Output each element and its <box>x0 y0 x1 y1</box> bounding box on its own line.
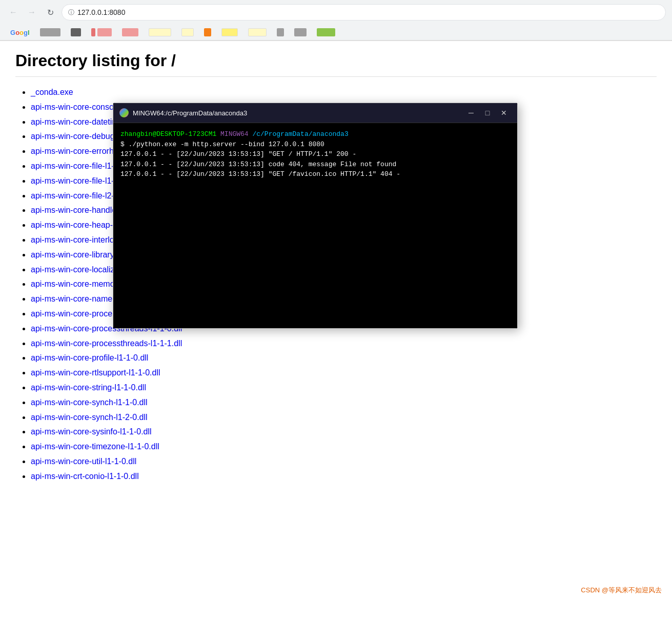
bookmark-11[interactable] <box>290 27 311 38</box>
terminal-titlebar: MINGW64:/c/ProgramData/anaconda3 ─ □ ✕ <box>113 103 517 123</box>
terminal-log-line: 127.0.0.1 - - [22/Jun/2023 13:53:13] "GE… <box>120 149 510 159</box>
bookmark-6[interactable] <box>177 27 198 38</box>
list-item: _conda.exe <box>31 85 657 100</box>
bookmark-google[interactable]: Googl <box>6 27 34 38</box>
security-icon: ⓘ <box>68 8 74 17</box>
list-item: api-ms-win-core-timezone-l1-1-0.dll <box>31 440 657 454</box>
file-link[interactable]: api-ms-win-core-sysinfo-l1-1-0.dll <box>31 427 152 436</box>
bookmark-10[interactable] <box>273 27 288 38</box>
file-link[interactable]: api-ms-win-core-synch-l1-2-0.dll <box>31 413 148 422</box>
browser-chrome: ← → ↻ ⓘ 127.0.0.1:8080 Googl <box>0 0 672 41</box>
list-item: api-ms-win-crt-conio-l1-1-0.dll <box>31 469 657 484</box>
terminal-title: MINGW64:/c/ProgramData/anaconda3 <box>119 108 247 117</box>
bookmark-3[interactable] <box>87 27 116 38</box>
bookmark-12[interactable] <box>313 27 339 38</box>
terminal-prompt-line: zhangbin@DESKTOP-1723CM1 MINGW64 /c/Prog… <box>120 129 510 139</box>
file-link[interactable]: api-ms-win-core-synch-l1-1-0.dll <box>31 398 148 407</box>
list-item: api-ms-win-core-string-l1-1-0.dll <box>31 381 657 395</box>
terminal-title-text: MINGW64:/c/ProgramData/anaconda3 <box>133 109 247 117</box>
file-link[interactable]: api-ms-win-core-rtlsupport-l1-1-0.dll <box>31 368 160 377</box>
list-item: api-ms-win-core-sysinfo-l1-1-0.dll <box>31 425 657 440</box>
bookmarks-bar: Googl <box>0 25 672 41</box>
terminal-window: MINGW64:/c/ProgramData/anaconda3 ─ □ ✕ z… <box>113 103 518 329</box>
file-link[interactable]: api-ms-win-core-timezone-l1-1-0.dll <box>31 442 159 451</box>
watermark: CSDN @等风来不如迎风去 <box>581 586 662 595</box>
file-link[interactable]: api-ms-win-core-processthreads-l1-1-1.dl… <box>31 339 182 348</box>
list-item: api-ms-win-core-processthreads-l1-1-1.dl… <box>31 336 657 351</box>
file-link[interactable]: _conda.exe <box>31 88 73 96</box>
bookmark-5[interactable] <box>145 27 175 38</box>
terminal-controls: ─ □ ✕ <box>464 106 511 119</box>
bookmark-2[interactable] <box>67 27 85 38</box>
reload-button[interactable]: ↻ <box>43 5 57 19</box>
list-item: api-ms-win-core-synch-l1-1-0.dll <box>31 395 657 410</box>
terminal-body: zhangbin@DESKTOP-1723CM1 MINGW64 /c/Prog… <box>113 123 517 328</box>
bookmark-1[interactable] <box>36 27 65 38</box>
terminal-maximize-button[interactable]: □ <box>480 106 495 119</box>
bookmark-8[interactable] <box>217 27 242 38</box>
terminal-app-icon <box>119 108 129 117</box>
list-item: api-ms-win-core-util-l1-1-0.dll <box>31 454 657 469</box>
list-item: api-ms-win-core-rtlsupport-l1-1-0.dll <box>31 366 657 381</box>
list-item: api-ms-win-core-profile-l1-1-0.dll <box>31 351 657 366</box>
bookmark-4[interactable] <box>118 27 142 38</box>
terminal-command-line: $ ./python.exe -m http.server --bind 127… <box>120 139 510 150</box>
forward-button[interactable]: → <box>25 5 39 19</box>
bookmark-9[interactable] <box>244 27 271 38</box>
browser-toolbar: ← → ↻ ⓘ 127.0.0.1:8080 <box>0 0 672 25</box>
page-title: Directory listing for / <box>15 51 657 77</box>
file-link[interactable]: api-ms-win-core-string-l1-1-0.dll <box>31 383 146 392</box>
bookmark-7[interactable] <box>200 27 215 38</box>
url-display: 127.0.0.1:8080 <box>77 8 659 16</box>
file-link[interactable]: api-ms-win-core-profile-l1-1-0.dll <box>31 353 148 362</box>
page-content: Directory listing for / _conda.exeapi-ms… <box>0 41 672 605</box>
terminal-close-button[interactable]: ✕ <box>497 106 511 119</box>
terminal-log-line: 127.0.0.1 - - [22/Jun/2023 13:53:13] "GE… <box>120 169 510 179</box>
file-link[interactable]: api-ms-win-crt-conio-l1-1-0.dll <box>31 472 139 481</box>
list-item: api-ms-win-core-synch-l1-2-0.dll <box>31 410 657 425</box>
terminal-minimize-button[interactable]: ─ <box>464 106 478 119</box>
address-bar[interactable]: ⓘ 127.0.0.1:8080 <box>62 4 666 21</box>
terminal-log-line: 127.0.0.1 - - [22/Jun/2023 13:53:13] cod… <box>120 159 510 170</box>
back-button[interactable]: ← <box>6 5 21 19</box>
file-link[interactable]: api-ms-win-core-util-l1-1-0.dll <box>31 457 136 466</box>
